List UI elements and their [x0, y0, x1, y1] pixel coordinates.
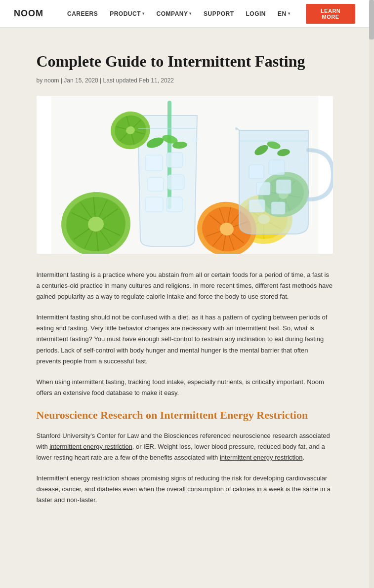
chevron-down-icon: ▾ — [288, 11, 291, 16]
hero-illustration — [37, 96, 333, 254]
svg-rect-43 — [167, 175, 184, 190]
nav-company[interactable]: COMPANY ▾ — [157, 10, 192, 17]
paragraph-1: Intermittent fasting is a practice where… — [37, 270, 333, 302]
ier-link2[interactable]: intermittent energy restriction — [220, 454, 303, 461]
meta-by: by — [37, 77, 43, 84]
highlight-text: When using intermittent fasting, trackin… — [37, 377, 333, 398]
section1-paragraph2: Intermittent energy restriction shows pr… — [37, 473, 333, 506]
section1-title: Neuroscience Research on Intermittent En… — [37, 408, 333, 423]
nav-product[interactable]: PRODUCT ▾ — [110, 10, 144, 17]
article-container: Complete Guide to Intermittent Fasting b… — [17, 28, 353, 539]
hero-image — [37, 96, 333, 254]
paragraph-2: Intermittent fasting should not be confu… — [37, 312, 333, 366]
svg-rect-38 — [240, 140, 308, 142]
nav-login[interactable]: LOGIN — [246, 10, 266, 17]
page-wrapper: Complete Guide to Intermittent Fasting b… — [0, 28, 369, 588]
ier-link[interactable]: intermittent energy restriction — [49, 443, 132, 450]
nav-careers[interactable]: CAREERS — [67, 10, 98, 17]
article-title: Complete Guide to Intermittent Fasting — [37, 51, 333, 71]
svg-rect-42 — [148, 177, 164, 191]
nav-lang[interactable]: EN ▾ — [278, 10, 290, 17]
logo: NOOM — [14, 8, 43, 19]
section1-paragraph1: Stanford University's Center for Law and… — [37, 431, 333, 463]
nav-support[interactable]: SUPPORT — [204, 10, 234, 17]
nav-links: CAREERS PRODUCT ▾ COMPANY ▾ SUPPORT LOGI… — [67, 10, 290, 17]
meta-date: Jan 15, 2020 — [64, 77, 98, 84]
chevron-down-icon: ▾ — [189, 11, 192, 16]
article-body: Intermittent fasting is a practice where… — [37, 270, 333, 506]
navbar: NOOM CAREERS PRODUCT ▾ COMPANY ▾ SUPPORT… — [0, 0, 369, 28]
svg-rect-45 — [166, 197, 182, 212]
svg-rect-44 — [145, 197, 163, 212]
svg-rect-32 — [276, 180, 291, 194]
svg-rect-34 — [271, 202, 285, 214]
highlight-content: When using intermittent fasting, trackin… — [37, 378, 324, 396]
chevron-down-icon: ▾ — [142, 11, 145, 16]
article-meta: by noom | Jan 15, 2020 | Last updated Fe… — [37, 77, 333, 84]
svg-rect-30 — [269, 160, 285, 175]
meta-author-link[interactable]: noom — [44, 77, 59, 84]
svg-rect-33 — [249, 199, 265, 212]
learn-more-button[interactable]: LEARN MORE — [306, 4, 355, 24]
svg-rect-31 — [256, 182, 270, 195]
nav-right: LEARN MORE — [306, 4, 355, 24]
svg-rect-55 — [138, 128, 197, 129]
svg-rect-29 — [249, 165, 264, 179]
meta-updated: Last updated Feb 11, 2022 — [103, 77, 174, 84]
svg-rect-41 — [166, 153, 183, 167]
svg-rect-40 — [145, 155, 163, 171]
